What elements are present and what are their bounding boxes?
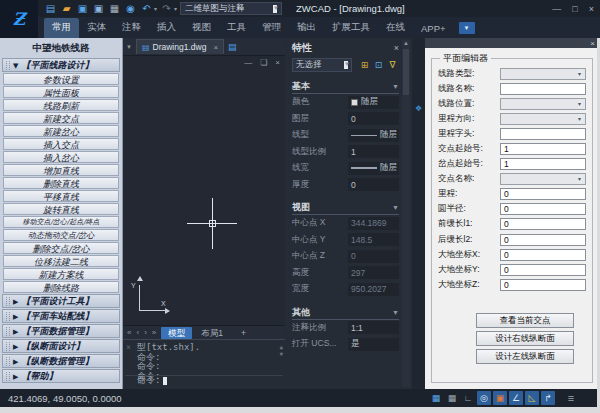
ribbon-tab-5[interactable]: 工具 (219, 18, 254, 38)
palette-item[interactable]: 删除线路 (3, 281, 119, 293)
dynamic-input-icon[interactable]: ◺ (525, 391, 539, 405)
ribbon-tab-1[interactable]: 实体 (79, 18, 114, 38)
property-value[interactable]: 297 (348, 266, 399, 279)
editor-select-0[interactable]: ▾ (500, 68, 586, 80)
palette-item[interactable]: 位移法建二线 (3, 255, 119, 267)
palette-item[interactable]: 插入交点 (3, 138, 119, 150)
editor-input-8[interactable]: 0 (500, 188, 586, 200)
palette-item[interactable]: 新建交点 (3, 112, 119, 124)
palette-section-header-2[interactable]: ▶【平面车站配线】 (2, 309, 120, 323)
palette-item[interactable]: 删除交点/岔心 (3, 242, 119, 254)
command-scrollbar[interactable]: ▲▼ (279, 343, 283, 357)
close-icon[interactable]: × (126, 343, 131, 352)
print-icon[interactable]: ▦ (108, 2, 121, 16)
properties-scrollbar[interactable]: ▲ (402, 40, 410, 387)
editor-input-6[interactable]: 1 (500, 158, 586, 170)
maximize-button[interactable]: □ (572, 4, 577, 14)
close-icon[interactable]: × (394, 43, 399, 53)
editor-button-2[interactable]: 设计左线纵断面 (476, 349, 574, 364)
palette-item[interactable]: 删除直线 (3, 177, 119, 189)
last-layout-icon[interactable]: » (152, 328, 157, 337)
property-value[interactable]: 随层 (348, 162, 399, 175)
mdi-restore-button[interactable]: ❏ (260, 58, 267, 67)
ribbon-tab-3[interactable]: 插入 (149, 18, 184, 38)
zwcad-logo-icon[interactable]: Ƶ (0, 0, 38, 38)
palette-section-header-6[interactable]: ▶【帮助】 (2, 369, 120, 383)
ribbon-tab-2[interactable]: 注释 (114, 18, 149, 38)
pin-icon[interactable]: ❖ (415, 104, 422, 113)
editor-input-1[interactable] (500, 83, 586, 95)
quick-select-icon[interactable]: ∇ (386, 59, 399, 72)
palette-item[interactable]: 动态拖动交点/岔心 (3, 229, 119, 241)
palette-item[interactable]: 参数设置 (3, 73, 119, 85)
ribbon-tab-10[interactable]: APP+ (413, 20, 454, 38)
open-folder-icon[interactable]: ▰ (60, 2, 73, 16)
command-prompt[interactable]: 命令: (137, 374, 167, 387)
palette-item[interactable]: 移动交点/岔心/起点/终点 (3, 216, 119, 228)
select-objects-icon[interactable]: ⊡ (372, 59, 385, 72)
lineweight-display-icon[interactable]: ↱ (541, 391, 555, 405)
layout-tab-模型[interactable]: 模型 (161, 327, 192, 339)
grid-display-icon[interactable]: ▦ (429, 391, 443, 405)
palette-item[interactable]: 新建岔心 (3, 125, 119, 137)
object-snap-tracking-icon[interactable]: ▣ (493, 391, 507, 405)
mdi-close-button[interactable]: × (275, 58, 280, 67)
ortho-mode-icon[interactable]: ∟ (461, 391, 475, 405)
editor-button-1[interactable]: 设计右线纵断面 (476, 331, 574, 346)
ribbon-tab-8[interactable]: 扩展工具 (324, 18, 378, 38)
drawing-canvas[interactable]: — ❏ × Y X (123, 56, 285, 325)
property-section-视图[interactable]: 视图▼ (292, 201, 399, 215)
property-value[interactable]: 0 (348, 112, 399, 125)
undo-icon[interactable]: ↶ (140, 2, 153, 16)
status-menu-icon[interactable]: ≡ (564, 391, 578, 405)
editor-input-13[interactable]: 0 (500, 264, 586, 276)
next-layout-icon[interactable]: › (144, 328, 148, 337)
property-value[interactable]: 950.2027 (348, 283, 399, 296)
property-value[interactable]: 随层 (348, 96, 399, 109)
save-as-icon[interactable]: ▣ (92, 2, 105, 16)
minimize-button[interactable]: — (552, 4, 561, 14)
close-button[interactable]: × (589, 4, 594, 14)
palette-section-header-1[interactable]: ▶【平面设计工具】 (2, 294, 120, 308)
ribbon-options-button[interactable]: ▼ (459, 22, 475, 34)
editor-input-5[interactable]: 1 (500, 143, 586, 155)
first-layout-icon[interactable]: « (127, 328, 132, 337)
property-value[interactable]: 344.1869 (348, 217, 399, 230)
chevron-down-icon[interactable]: ▾ (154, 5, 157, 12)
property-value[interactable]: 1 (348, 145, 399, 158)
prev-layout-icon[interactable]: ‹ (136, 328, 140, 337)
property-value[interactable]: 1:1 (348, 321, 399, 334)
palette-section-header-0[interactable]: ▼【平面线路设计】 (2, 58, 120, 72)
ribbon-tab-0[interactable]: 常用 (44, 18, 79, 38)
property-section-其他[interactable]: 其他▼ (292, 306, 399, 320)
palette-item[interactable]: 新建方案线 (3, 268, 119, 280)
ribbon-tab-6[interactable]: 管理 (254, 18, 289, 38)
add-layout-button[interactable]: + (234, 327, 253, 339)
property-section-基本[interactable]: 基本▼ (292, 80, 399, 94)
editor-input-4[interactable] (500, 128, 586, 140)
property-value[interactable]: 是 (348, 338, 399, 351)
workspace-combo[interactable]: 二维草图与注释 ▼ (180, 2, 282, 15)
redo-icon[interactable]: ↷ (160, 2, 173, 16)
editor-select-7[interactable]: ▾ (500, 173, 586, 185)
editor-select-2[interactable]: ▾ (500, 98, 586, 110)
editor-select-3[interactable]: ▾ (500, 113, 586, 125)
editor-input-14[interactable]: 0 (500, 279, 586, 291)
palette-item[interactable]: 线路刷新 (3, 99, 119, 111)
layout-tab-布局1[interactable]: 布局1 (194, 327, 230, 339)
close-icon[interactable]: × (590, 39, 595, 48)
polar-tracking-icon[interactable]: ∠ (509, 391, 523, 405)
property-value[interactable]: 148.5 (348, 233, 399, 246)
palette-item[interactable]: 插入岔心 (3, 151, 119, 163)
palette-item[interactable]: 增加直线 (3, 164, 119, 176)
editor-button-0[interactable]: 查看当前交点 (476, 313, 574, 328)
ribbon-tab-7[interactable]: 输出 (289, 18, 324, 38)
new-document-icon[interactable]: ▤ (228, 42, 237, 52)
palette-section-header-4[interactable]: ▶【纵断面设计】 (2, 339, 120, 353)
ribbon-tab-9[interactable]: 在线 (378, 18, 413, 38)
editor-input-10[interactable]: 0 (500, 218, 586, 230)
snap-mode-icon[interactable]: ▦ (445, 391, 459, 405)
document-tab[interactable]: ▤ Drawing1.dwg × (136, 39, 224, 54)
save-icon[interactable]: ▣ (76, 2, 89, 16)
ribbon-tab-4[interactable]: 视图 (184, 18, 219, 38)
